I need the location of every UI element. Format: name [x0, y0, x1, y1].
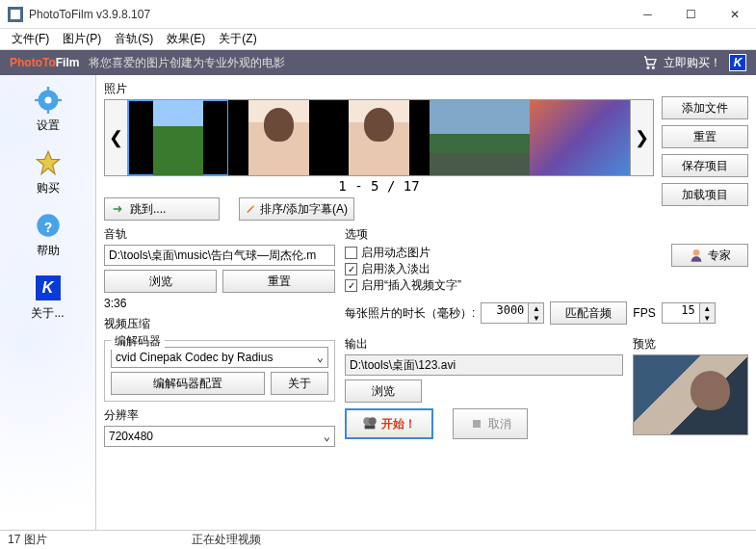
photos-label: 照片	[104, 81, 654, 97]
sidebar-item-settings[interactable]: 设置	[0, 75, 95, 138]
cart-icon	[642, 55, 658, 70]
sidebar-item-buy[interactable]: 购买	[0, 138, 95, 200]
audio-path-input[interactable]: D:\tools\桌面\music\告白气球—周杰伦.m	[104, 245, 335, 266]
svg-rect-1	[11, 10, 20, 19]
statusbar: 17 图片 正在处理视频	[0, 530, 756, 549]
svg-point-3	[652, 66, 654, 68]
menu-audio[interactable]: 音轨(S)	[109, 29, 159, 49]
svg-text:?: ?	[43, 220, 52, 235]
photo-thumb-3[interactable]	[328, 100, 429, 175]
wand-icon	[246, 201, 256, 217]
svg-point-16	[369, 417, 377, 425]
expert-button[interactable]: 专家	[671, 244, 748, 267]
star-icon	[33, 147, 64, 178]
jump-to-button[interactable]: 跳到....	[104, 197, 220, 221]
window-title: PhotoToFilm v3.9.8.107	[29, 8, 626, 21]
sort-subtitle-button[interactable]: 排序/添加字幕(A)	[239, 197, 354, 221]
preview-image	[633, 354, 748, 435]
spinner-up-icon[interactable]: ▲	[529, 303, 543, 313]
load-project-button[interactable]: 加载项目	[662, 183, 748, 206]
expert-icon	[689, 248, 704, 263]
filmstrip-prev-button[interactable]: ❮	[105, 100, 128, 175]
app-icon	[8, 7, 23, 22]
svg-marker-10	[37, 151, 59, 173]
spinner-up-icon[interactable]: ▲	[700, 303, 715, 313]
gear-icon	[33, 85, 64, 116]
codec-about-button[interactable]: 关于	[271, 372, 328, 395]
svg-point-13	[252, 205, 255, 208]
reset-photos-button[interactable]: 重置	[662, 125, 748, 148]
menubar: 文件(F) 图片(P) 音轨(S) 效果(E) 关于(Z)	[0, 29, 756, 50]
audio-reset-button[interactable]: 重置	[222, 270, 335, 293]
close-button[interactable]: ✕	[713, 0, 756, 29]
save-project-button[interactable]: 保存项目	[662, 154, 748, 177]
klogo-icon: K	[33, 273, 64, 303]
photo-counter: 1 - 5 / 17	[104, 178, 654, 194]
kc-logo-icon[interactable]: K	[729, 54, 746, 71]
preview-label: 预览	[633, 336, 748, 353]
audio-duration: 3:36	[104, 297, 335, 310]
output-path-input[interactable]: D:\tools\桌面\123.avi	[345, 354, 623, 376]
photo-thumb-5[interactable]	[530, 100, 630, 175]
audio-label: 音轨	[104, 226, 335, 243]
help-icon: ?	[33, 210, 64, 241]
svg-rect-17	[365, 425, 376, 429]
menu-effects[interactable]: 效果(E)	[161, 29, 211, 49]
fps-spinner[interactable]: 15 ▲▼	[662, 302, 716, 324]
status-right: 正在处理视频	[192, 532, 261, 548]
photo-thumb-2[interactable]	[228, 100, 328, 175]
menu-image[interactable]: 图片(P)	[57, 29, 107, 49]
output-label: 输出	[345, 336, 623, 353]
menu-about[interactable]: 关于(Z)	[213, 29, 262, 49]
banner: PhotoToFilm 将您喜爱的图片创建为专业外观的电影 立即购买！ K	[0, 50, 756, 75]
output-browse-button[interactable]: 浏览	[345, 379, 422, 403]
status-left: 17 图片	[8, 532, 47, 548]
slogan: 将您喜爱的图片创建为专业外观的电影	[89, 55, 285, 71]
codec-group-label: 编解码器	[111, 333, 165, 350]
svg-rect-8	[35, 99, 39, 101]
add-file-button[interactable]: 添加文件	[662, 96, 748, 119]
cancel-icon	[469, 416, 484, 431]
cancel-button[interactable]: 取消	[453, 408, 528, 439]
vcomp-label: 视频压缩	[104, 316, 335, 332]
svg-rect-9	[57, 99, 62, 101]
duration-spinner[interactable]: 3000 ▲▼	[481, 302, 544, 324]
spinner-down-icon[interactable]: ▼	[529, 313, 543, 323]
codec-config-button[interactable]: 编解码器配置	[111, 372, 265, 395]
menu-file[interactable]: 文件(F)	[6, 29, 55, 49]
photo-thumb-1[interactable]	[128, 100, 228, 175]
svg-point-5	[44, 97, 51, 104]
svg-rect-18	[473, 420, 481, 428]
minimize-button[interactable]: ─	[626, 0, 669, 29]
fps-label: FPS	[633, 306, 655, 320]
maximize-button[interactable]: ☐	[669, 0, 713, 29]
start-button[interactable]: 开始！	[345, 408, 433, 439]
duration-label: 每张照片的时长（毫秒）:	[345, 305, 475, 322]
photo-thumb-4[interactable]	[430, 100, 530, 175]
match-audio-button[interactable]: 匹配音频	[550, 301, 627, 325]
buy-now-link[interactable]: 立即购买！	[642, 55, 721, 71]
titlebar: PhotoToFilm v3.9.8.107 ─ ☐ ✕	[0, 0, 756, 29]
sidebar: 设置 购买 ? 帮助 K 关于...	[0, 75, 96, 530]
svg-rect-6	[46, 87, 48, 92]
resolution-label: 分辨率	[104, 407, 335, 424]
resolution-select[interactable]: 720x480	[104, 426, 335, 447]
enable-fade-checkbox[interactable]: ✓启用淡入淡出	[345, 261, 662, 277]
film-icon	[362, 416, 378, 431]
sidebar-item-about[interactable]: K 关于...	[0, 263, 95, 326]
codec-select[interactable]: cvid Cinepak Codec by Radius	[111, 347, 328, 368]
filmstrip-next-button[interactable]: ❯	[630, 100, 653, 175]
sidebar-item-help[interactable]: ? 帮助	[0, 200, 95, 263]
svg-rect-7	[46, 109, 48, 114]
enable-dynamic-checkbox[interactable]: 启用动态图片	[345, 245, 662, 261]
svg-point-14	[693, 249, 700, 256]
enable-text-checkbox[interactable]: ✓启用“插入视频文字”	[345, 277, 662, 294]
svg-point-2	[647, 66, 649, 68]
brand-logo: PhotoToFilm	[10, 56, 79, 69]
options-label: 选项	[345, 226, 662, 243]
audio-browse-button[interactable]: 浏览	[104, 270, 217, 293]
spinner-down-icon[interactable]: ▼	[700, 313, 715, 323]
filmstrip: ❮ ❯	[104, 99, 654, 176]
jump-icon	[111, 201, 126, 217]
